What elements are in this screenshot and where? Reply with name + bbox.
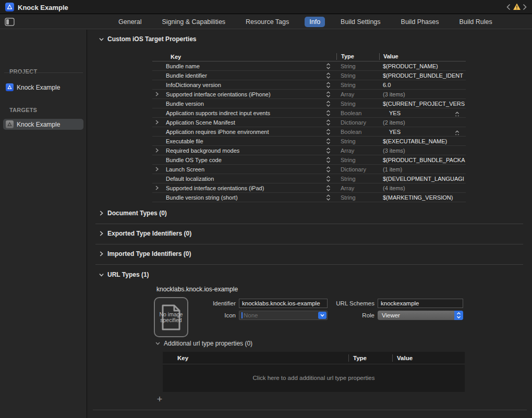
key-stepper-icon[interactable]	[322, 110, 336, 116]
key-stepper-icon[interactable]	[322, 157, 336, 163]
section-url-types[interactable]: URL Types (1)	[99, 271, 149, 278]
key-stepper-icon[interactable]	[322, 101, 336, 107]
property-row[interactable]: Supported interface orientations (iPhone…	[152, 90, 466, 99]
property-row[interactable]: Application Scene Manifest Dictionary (2…	[152, 118, 466, 127]
property-row[interactable]: Default localization String $(DEVELOPMEN…	[152, 174, 466, 183]
key-stepper-icon[interactable]	[322, 119, 336, 126]
property-row[interactable]: Bundle version string (short) String $(M…	[152, 193, 466, 202]
property-value[interactable]: $(CURRENT_PROJECT_VERS	[379, 101, 466, 107]
property-row[interactable]: Application requires iPhone environment …	[152, 127, 466, 137]
property-value[interactable]: $(PRODUCT_NAME)	[379, 63, 466, 69]
property-value[interactable]: $(PRODUCT_BUNDLE_IDENT	[379, 72, 466, 79]
property-key[interactable]: Bundle name	[162, 63, 322, 69]
sidebar-item-target[interactable]: Knock Example	[3, 119, 83, 130]
property-row[interactable]: Application supports indirect input even…	[152, 108, 466, 118]
property-row[interactable]: Bundle name String $(PRODUCT_NAME)	[152, 62, 466, 71]
add-url-type-button[interactable]: +	[155, 395, 164, 404]
tab-signing-capabilities[interactable]: Signing & Capabilities	[157, 17, 230, 27]
chevron-down-icon[interactable]	[99, 272, 104, 277]
identifier-field[interactable]: knocklabs.knock.ios-example	[239, 299, 328, 308]
property-key[interactable]: Launch Screen	[162, 166, 322, 173]
key-stepper-icon[interactable]	[322, 138, 336, 144]
property-value[interactable]: (4 items)	[379, 185, 466, 191]
property-row[interactable]: Bundle version String $(CURRENT_PROJECT_…	[152, 99, 466, 108]
property-value[interactable]: $(DEVELOPMENT_LANGUAGI	[379, 176, 466, 182]
role-popup-button[interactable]: Viewer	[378, 311, 463, 320]
url-schemes-field[interactable]: knockexample	[378, 299, 463, 308]
chevron-right-icon[interactable]	[99, 251, 104, 256]
tab-build-rules[interactable]: Build Rules	[455, 17, 497, 27]
property-value[interactable]: (1 item)	[379, 166, 466, 173]
chevron-down-icon[interactable]	[99, 36, 104, 42]
property-key[interactable]: Executable file	[162, 138, 322, 144]
section-custom-ios-target-properties[interactable]: Custom iOS Target Properties	[99, 35, 196, 43]
value-stepper-icon[interactable]	[455, 112, 460, 116]
property-value[interactable]: (2 items)	[379, 119, 466, 126]
disclosure-triangle-icon[interactable]	[152, 92, 162, 96]
key-stepper-icon[interactable]	[322, 91, 336, 97]
property-value[interactable]: (3 items)	[379, 91, 466, 97]
tab-general[interactable]: General	[114, 17, 146, 27]
property-key[interactable]: Bundle version string (short)	[162, 194, 322, 201]
property-key[interactable]: Bundle identifier	[162, 72, 322, 79]
tab-build-settings[interactable]: Build Settings	[336, 17, 385, 27]
property-key[interactable]: Supported interface orientations (iPhone…	[162, 91, 322, 97]
property-row[interactable]: Bundle OS Type code String $(PRODUCT_BUN…	[152, 155, 466, 165]
property-key[interactable]: Bundle version	[162, 101, 322, 107]
key-stepper-icon[interactable]	[322, 176, 336, 182]
chevron-right-icon[interactable]	[521, 3, 528, 11]
tab-info[interactable]: Info	[305, 17, 325, 27]
section-imported-type-identifiers[interactable]: Imported Type Identifiers (0)	[99, 250, 191, 257]
section-document-types[interactable]: Document Types (0)	[99, 210, 167, 217]
property-value[interactable]: YES	[379, 110, 466, 116]
tab-build-phases[interactable]: Build Phases	[396, 17, 444, 27]
property-row[interactable]: Executable file String $(EXECUTABLE_NAME…	[152, 137, 466, 146]
property-key[interactable]: Bundle OS Type code	[162, 157, 322, 163]
property-row[interactable]: Required background modes Array (3 items…	[152, 146, 466, 155]
disclosure-triangle-icon[interactable]	[152, 120, 162, 125]
chevron-right-icon[interactable]	[99, 211, 104, 216]
property-value[interactable]: (3 items)	[379, 147, 466, 154]
property-row[interactable]: Supported interface orientations (iPad) …	[152, 183, 466, 193]
add-properties-placeholder[interactable]: Click here to add additional url type pr…	[163, 364, 465, 391]
property-key[interactable]: Supported interface orientations (iPad)	[162, 185, 322, 191]
key-stepper-icon[interactable]	[322, 194, 336, 201]
warning-triangle-icon[interactable]	[513, 3, 521, 11]
property-value[interactable]: 6.0	[379, 82, 466, 88]
value-stepper-icon[interactable]	[455, 130, 460, 135]
property-key[interactable]: Application Scene Manifest	[162, 119, 322, 126]
disclosure-triangle-icon[interactable]	[152, 186, 162, 190]
property-row[interactable]: InfoDictionary version String 6.0	[152, 80, 466, 90]
section-additional-url-type-properties[interactable]: Additional url type properties (0)	[155, 340, 252, 347]
key-stepper-icon[interactable]	[322, 185, 336, 191]
sidebar-item-project[interactable]: Knock Example	[3, 82, 83, 93]
property-row[interactable]: Bundle identifier String $(PRODUCT_BUNDL…	[152, 71, 466, 80]
combo-dropdown-icon[interactable]	[318, 312, 327, 319]
property-value[interactable]: YES	[379, 129, 466, 135]
key-stepper-icon[interactable]	[322, 72, 336, 79]
key-stepper-icon[interactable]	[322, 129, 336, 135]
chevron-left-icon[interactable]	[505, 3, 512, 11]
key-stepper-icon[interactable]	[322, 63, 336, 69]
property-value[interactable]: $(EXECUTABLE_NAME)	[379, 138, 466, 144]
key-stepper-icon[interactable]	[322, 82, 336, 88]
chevron-down-icon[interactable]	[155, 341, 160, 346]
key-stepper-icon[interactable]	[322, 147, 336, 154]
chevron-right-icon[interactable]	[99, 231, 104, 236]
property-key[interactable]: Default localization	[162, 176, 322, 182]
property-value[interactable]: $(MARKETING_VERSION)	[379, 194, 466, 201]
url-type-image-well[interactable]: No image specified	[154, 297, 188, 337]
sidebar-toggle-icon[interactable]	[5, 18, 15, 26]
property-value[interactable]: $(PRODUCT_BUNDLE_PACKA	[379, 157, 466, 163]
disclosure-triangle-icon[interactable]	[152, 167, 162, 171]
property-key[interactable]: InfoDictionary version	[162, 82, 322, 88]
property-key[interactable]: Application requires iPhone environment	[162, 129, 322, 135]
disclosure-triangle-icon[interactable]	[152, 148, 162, 153]
property-key[interactable]: Application supports indirect input even…	[162, 110, 322, 116]
section-exported-type-identifiers[interactable]: Exported Type Identifiers (0)	[99, 230, 191, 237]
key-stepper-icon[interactable]	[322, 166, 336, 173]
tab-resource-tags[interactable]: Resource Tags	[241, 17, 294, 27]
property-row[interactable]: Launch Screen Dictionary (1 item)	[152, 165, 466, 174]
icon-combo-box[interactable]: None	[239, 311, 328, 320]
property-key[interactable]: Required background modes	[162, 147, 322, 154]
